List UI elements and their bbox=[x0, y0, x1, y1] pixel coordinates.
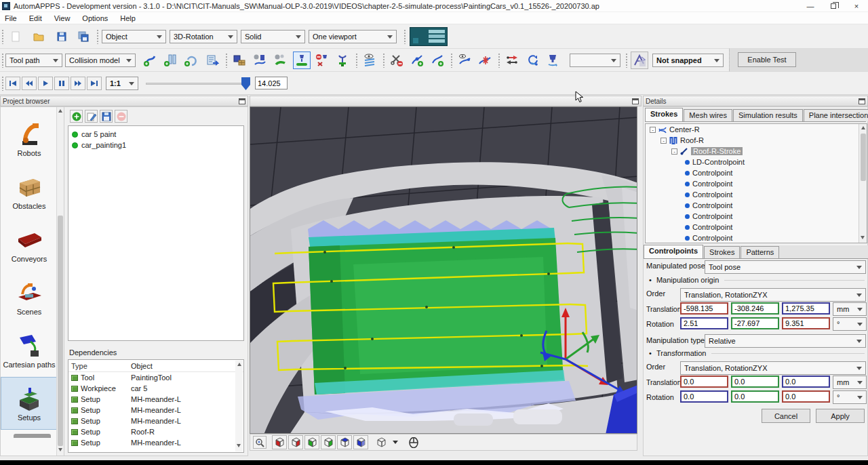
subtab-patterns[interactable]: Patterns bbox=[741, 246, 779, 258]
rotation-mode-dropdown[interactable]: 3D-Rotation bbox=[170, 30, 237, 43]
collapse-icon[interactable]: - bbox=[660, 138, 667, 144]
apply-button[interactable]: Apply bbox=[816, 409, 865, 423]
transform-order-dropdown[interactable]: Translation, RotationZYX bbox=[680, 361, 866, 375]
sidebar-item-scenes[interactable]: Scenes bbox=[1, 271, 58, 324]
viewport-layout-dropdown[interactable]: One viewport bbox=[309, 30, 397, 43]
subtab-strokes[interactable]: Strokes bbox=[704, 246, 740, 258]
add-pause-button[interactable] bbox=[161, 52, 179, 69]
origin-rotation-x-field[interactable] bbox=[782, 317, 830, 329]
transform-translation-x-field[interactable] bbox=[680, 376, 728, 388]
collision-model-dropdown[interactable]: Collision model bbox=[65, 54, 136, 67]
tree-item-center-r[interactable]: - Center-R bbox=[646, 124, 867, 135]
translation-unit-dropdown[interactable]: mm bbox=[833, 376, 867, 389]
show-strokes-button[interactable] bbox=[361, 52, 378, 69]
transform-translation-y-field[interactable] bbox=[731, 376, 779, 388]
tab-mesh-wires[interactable]: Mesh wires bbox=[684, 109, 732, 121]
tree-item-controlpoint[interactable]: Controlpoint bbox=[646, 222, 867, 232]
subtab-controlpoints[interactable]: Controlpoints bbox=[644, 245, 703, 258]
origin-rotation-y-field[interactable] bbox=[731, 317, 779, 329]
cancel-button[interactable]: Cancel bbox=[762, 409, 810, 423]
table-row[interactable]: SetupRoof-R bbox=[68, 426, 243, 437]
open-file-button[interactable] bbox=[30, 28, 47, 45]
toolbar-grip[interactable] bbox=[1, 76, 4, 91]
toolbar-grip[interactable] bbox=[1, 29, 4, 44]
cut-stroke-button[interactable] bbox=[388, 52, 406, 69]
list-item-car5paint[interactable]: car 5 paint bbox=[68, 129, 243, 140]
sidebar-item-cartesian-paths[interactable]: Cartesian paths bbox=[1, 324, 58, 377]
table-row[interactable]: SetupMH-meander-L bbox=[68, 437, 243, 448]
add-project-button[interactable] bbox=[70, 110, 83, 123]
process-path-button[interactable] bbox=[251, 52, 269, 69]
transform-translation-z-field[interactable] bbox=[782, 376, 830, 388]
close-button[interactable]: × bbox=[845, 0, 868, 12]
save-button[interactable] bbox=[53, 28, 71, 45]
tree-scrollbar[interactable] bbox=[859, 124, 867, 243]
menu-options[interactable]: Options bbox=[82, 14, 108, 22]
skip-end-button[interactable] bbox=[87, 77, 102, 90]
render-mode-dropdown[interactable]: Solid bbox=[241, 30, 305, 43]
tree-item-controlpoint[interactable]: Controlpoint bbox=[646, 178, 867, 189]
rotation-unit-dropdown[interactable]: ° bbox=[833, 390, 867, 404]
minimize-button[interactable]: — bbox=[799, 0, 822, 12]
origin-translation-z-field[interactable] bbox=[782, 302, 830, 315]
enable-test-button[interactable]: Enable Test bbox=[738, 52, 796, 67]
add-path-node-button[interactable] bbox=[141, 52, 159, 69]
view-left-button[interactable] bbox=[304, 435, 319, 449]
export-path-button[interactable] bbox=[203, 52, 221, 69]
time-slider-handle[interactable] bbox=[241, 77, 250, 90]
tree-item-roof-r-stroke[interactable]: - Roof-R-Stroke bbox=[646, 146, 867, 157]
toolbar-grip[interactable] bbox=[355, 53, 358, 68]
spray-gun-button[interactable] bbox=[544, 52, 561, 69]
mode-dropdown[interactable]: Object bbox=[102, 30, 166, 43]
table-row[interactable]: SetupMH-meander-L bbox=[68, 405, 243, 416]
sidebar-item-robots[interactable]: Robots bbox=[1, 113, 58, 165]
view-right-button[interactable] bbox=[321, 435, 336, 449]
restore-button[interactable] bbox=[822, 0, 845, 12]
preview-strokes-button[interactable] bbox=[456, 52, 473, 69]
sidebar-item-setups[interactable]: Setups bbox=[1, 377, 58, 430]
origin-translation-y-field[interactable] bbox=[731, 302, 779, 315]
workpiece-collision-button[interactable] bbox=[231, 52, 248, 69]
sidebar-scrollbar[interactable] bbox=[56, 107, 64, 456]
tree-item-controlpoint[interactable]: Controlpoint bbox=[646, 200, 867, 211]
tree-item-controlpoint[interactable]: Controlpoint bbox=[646, 232, 867, 243]
pause-button[interactable] bbox=[54, 77, 69, 90]
transform-rotation-y-field[interactable] bbox=[731, 390, 779, 403]
play-button[interactable] bbox=[38, 77, 53, 90]
table-row[interactable]: ToolPaintingTool bbox=[68, 372, 243, 383]
collapse-icon[interactable]: - bbox=[650, 127, 656, 133]
menu-view[interactable]: View bbox=[54, 14, 71, 22]
save-as-button[interactable] bbox=[75, 28, 92, 45]
tab-plane-intersection[interactable]: Plane intersection bbox=[804, 109, 868, 121]
skip-start-button[interactable] bbox=[5, 77, 20, 90]
view-back-button[interactable] bbox=[288, 435, 303, 449]
tool-stand-button[interactable] bbox=[334, 52, 351, 69]
stroke-select-dropdown[interactable] bbox=[570, 54, 620, 67]
rotate-stroke-button[interactable] bbox=[524, 52, 541, 69]
sidebar-item-conveyors[interactable]: Conveyors bbox=[1, 218, 58, 271]
reverse-direction-button[interactable] bbox=[503, 52, 521, 69]
add-loop-button[interactable] bbox=[182, 52, 199, 69]
toolbar-grip[interactable] bbox=[403, 29, 406, 44]
table-row[interactable]: Workpiececar 5 bbox=[68, 383, 243, 394]
scrollbar-thumb[interactable] bbox=[861, 134, 866, 181]
tree-item-controlpoint[interactable]: Controlpoint bbox=[646, 189, 867, 200]
remove-project-button[interactable] bbox=[115, 110, 127, 123]
sidebar-item-partial[interactable] bbox=[14, 434, 52, 438]
rotation-unit-dropdown[interactable]: ° bbox=[833, 317, 867, 331]
add-controlpoint-button[interactable] bbox=[408, 52, 426, 69]
viewport-3d[interactable] bbox=[250, 106, 637, 434]
new-file-button[interactable] bbox=[7, 28, 24, 45]
tree-item-roof-r[interactable]: - Roof-R bbox=[646, 135, 867, 146]
origin-rotation-z-field[interactable] bbox=[680, 317, 728, 329]
sidebar-item-obstacles[interactable]: Obstacles bbox=[1, 165, 58, 218]
toolbar-grip[interactable] bbox=[498, 53, 500, 68]
split-stroke-button[interactable] bbox=[476, 52, 494, 69]
tab-simulation-results[interactable]: Simulation results bbox=[733, 109, 803, 121]
toolbar-grip[interactable] bbox=[96, 29, 99, 44]
time-value-input[interactable] bbox=[255, 77, 288, 89]
snap-mode-button[interactable] bbox=[631, 52, 648, 69]
save-project-button[interactable] bbox=[100, 110, 113, 123]
paint-surface-button[interactable] bbox=[293, 52, 311, 69]
manipulation-type-dropdown[interactable]: Relative bbox=[705, 334, 866, 348]
